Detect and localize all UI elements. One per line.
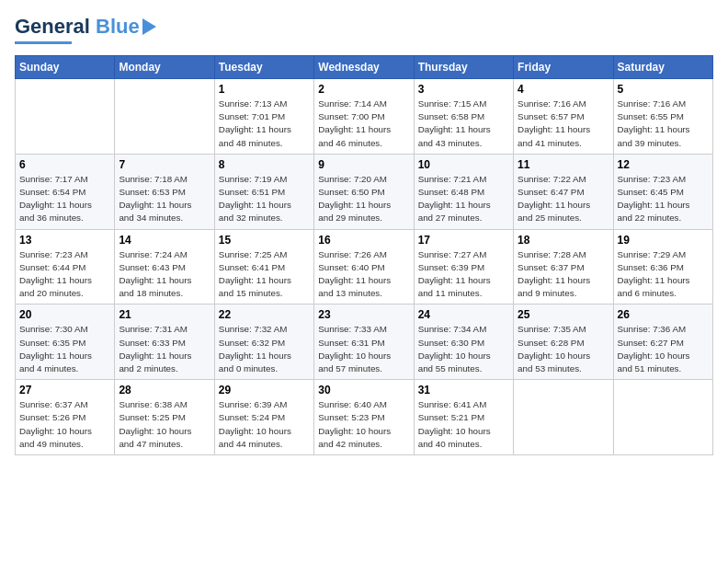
calendar-week-row: 27Sunrise: 6:37 AM Sunset: 5:26 PM Dayli…	[16, 380, 713, 455]
day-info: Sunrise: 7:21 AM Sunset: 6:48 PM Dayligh…	[418, 173, 509, 225]
day-info: Sunrise: 7:23 AM Sunset: 6:44 PM Dayligh…	[19, 248, 110, 301]
day-number: 6	[19, 158, 110, 171]
calendar-week-row: 13Sunrise: 7:23 AM Sunset: 6:44 PM Dayli…	[16, 229, 713, 304]
day-info: Sunrise: 7:36 AM Sunset: 6:27 PM Dayligh…	[618, 323, 709, 375]
day-info: Sunrise: 7:28 AM Sunset: 6:37 PM Dayligh…	[518, 248, 609, 301]
day-info: Sunrise: 7:18 AM Sunset: 6:53 PM Dayligh…	[119, 173, 210, 225]
calendar-cell: 5Sunrise: 7:16 AM Sunset: 6:55 PM Daylig…	[613, 79, 712, 155]
day-number: 30	[318, 384, 409, 396]
day-info: Sunrise: 7:29 AM Sunset: 6:36 PM Dayligh…	[618, 248, 709, 301]
calendar-cell: 3Sunrise: 7:15 AM Sunset: 6:58 PM Daylig…	[414, 79, 513, 155]
day-info: Sunrise: 7:35 AM Sunset: 6:28 PM Dayligh…	[518, 323, 609, 375]
day-number: 24	[418, 308, 509, 321]
day-info: Sunrise: 6:41 AM Sunset: 5:21 PM Dayligh…	[418, 398, 509, 451]
logo: General Blue	[15, 15, 156, 44]
calendar-cell: 14Sunrise: 7:24 AM Sunset: 6:43 PM Dayli…	[115, 229, 214, 304]
day-info: Sunrise: 7:26 AM Sunset: 6:40 PM Dayligh…	[318, 248, 409, 301]
calendar-cell: 22Sunrise: 7:32 AM Sunset: 6:32 PM Dayli…	[214, 304, 313, 380]
day-info: Sunrise: 6:40 AM Sunset: 5:23 PM Dayligh…	[318, 398, 409, 451]
weekday-header: Thursday	[414, 56, 513, 79]
day-info: Sunrise: 7:32 AM Sunset: 6:32 PM Dayligh…	[219, 323, 310, 375]
weekday-header: Wednesday	[314, 56, 414, 79]
day-number: 27	[19, 384, 110, 396]
calendar-cell: 8Sunrise: 7:19 AM Sunset: 6:51 PM Daylig…	[214, 154, 313, 229]
day-number: 4	[518, 83, 609, 96]
calendar-week-row: 20Sunrise: 7:30 AM Sunset: 6:35 PM Dayli…	[16, 304, 713, 380]
day-number: 26	[618, 308, 709, 321]
day-info: Sunrise: 7:31 AM Sunset: 6:33 PM Dayligh…	[119, 323, 210, 375]
calendar-cell: 16Sunrise: 7:26 AM Sunset: 6:40 PM Dayli…	[314, 229, 414, 304]
day-number: 11	[518, 158, 609, 171]
calendar-cell: 7Sunrise: 7:18 AM Sunset: 6:53 PM Daylig…	[115, 154, 214, 229]
day-number: 14	[119, 234, 210, 247]
day-number: 17	[418, 234, 509, 247]
calendar-cell	[16, 79, 115, 155]
calendar-cell: 13Sunrise: 7:23 AM Sunset: 6:44 PM Dayli…	[16, 229, 115, 304]
day-number: 13	[19, 234, 110, 247]
day-number: 10	[418, 158, 509, 171]
day-info: Sunrise: 7:34 AM Sunset: 6:30 PM Dayligh…	[418, 323, 509, 375]
calendar-cell: 11Sunrise: 7:22 AM Sunset: 6:47 PM Dayli…	[514, 154, 613, 229]
day-number: 5	[618, 83, 709, 96]
day-info: Sunrise: 7:23 AM Sunset: 6:45 PM Dayligh…	[618, 173, 709, 225]
day-number: 25	[518, 308, 609, 321]
day-number: 3	[418, 83, 509, 96]
calendar-cell: 17Sunrise: 7:27 AM Sunset: 6:39 PM Dayli…	[414, 229, 513, 304]
calendar-cell	[514, 380, 613, 455]
calendar-cell: 4Sunrise: 7:16 AM Sunset: 6:57 PM Daylig…	[514, 79, 613, 155]
day-info: Sunrise: 7:14 AM Sunset: 7:00 PM Dayligh…	[318, 98, 409, 150]
calendar-cell: 20Sunrise: 7:30 AM Sunset: 6:35 PM Dayli…	[16, 304, 115, 380]
day-number: 22	[219, 308, 310, 321]
day-number: 28	[119, 384, 210, 396]
weekday-header: Friday	[514, 56, 613, 79]
day-number: 9	[318, 158, 409, 171]
day-info: Sunrise: 7:27 AM Sunset: 6:39 PM Dayligh…	[418, 248, 509, 301]
day-info: Sunrise: 6:37 AM Sunset: 5:26 PM Dayligh…	[19, 398, 110, 451]
calendar-cell: 28Sunrise: 6:38 AM Sunset: 5:25 PM Dayli…	[115, 380, 214, 455]
day-number: 1	[219, 83, 310, 96]
calendar-cell: 19Sunrise: 7:29 AM Sunset: 6:36 PM Dayli…	[613, 229, 712, 304]
calendar-cell: 9Sunrise: 7:20 AM Sunset: 6:50 PM Daylig…	[314, 154, 414, 229]
day-info: Sunrise: 7:30 AM Sunset: 6:35 PM Dayligh…	[19, 323, 110, 375]
weekday-header: Saturday	[613, 56, 712, 79]
calendar-week-row: 1Sunrise: 7:13 AM Sunset: 7:01 PM Daylig…	[16, 79, 713, 155]
logo-underline	[15, 41, 72, 44]
day-info: Sunrise: 7:15 AM Sunset: 6:58 PM Dayligh…	[418, 98, 509, 150]
calendar-cell: 10Sunrise: 7:21 AM Sunset: 6:48 PM Dayli…	[414, 154, 513, 229]
header-row: SundayMondayTuesdayWednesdayThursdayFrid…	[16, 56, 713, 79]
calendar-cell: 24Sunrise: 7:34 AM Sunset: 6:30 PM Dayli…	[414, 304, 513, 380]
day-info: Sunrise: 7:25 AM Sunset: 6:41 PM Dayligh…	[219, 248, 310, 301]
calendar-cell: 2Sunrise: 7:14 AM Sunset: 7:00 PM Daylig…	[314, 79, 414, 155]
calendar-cell: 6Sunrise: 7:17 AM Sunset: 6:54 PM Daylig…	[16, 154, 115, 229]
day-number: 23	[318, 308, 409, 321]
calendar-cell	[115, 79, 214, 155]
day-info: Sunrise: 7:22 AM Sunset: 6:47 PM Dayligh…	[518, 173, 609, 225]
day-number: 18	[518, 234, 609, 247]
weekday-header: Monday	[115, 56, 214, 79]
calendar-cell: 29Sunrise: 6:39 AM Sunset: 5:24 PM Dayli…	[214, 380, 313, 455]
day-number: 7	[119, 158, 210, 171]
day-number: 12	[618, 158, 709, 171]
day-info: Sunrise: 7:33 AM Sunset: 6:31 PM Dayligh…	[318, 323, 409, 375]
day-number: 29	[219, 384, 310, 396]
day-number: 8	[219, 158, 310, 171]
day-number: 19	[618, 234, 709, 247]
weekday-header: Tuesday	[214, 56, 313, 79]
page-header: General Blue	[15, 15, 713, 44]
day-info: Sunrise: 6:38 AM Sunset: 5:25 PM Dayligh…	[119, 398, 210, 451]
day-info: Sunrise: 7:17 AM Sunset: 6:54 PM Dayligh…	[19, 173, 110, 225]
calendar-cell: 27Sunrise: 6:37 AM Sunset: 5:26 PM Dayli…	[16, 380, 115, 455]
day-info: Sunrise: 7:13 AM Sunset: 7:01 PM Dayligh…	[219, 98, 310, 150]
day-info: Sunrise: 7:20 AM Sunset: 6:50 PM Dayligh…	[318, 173, 409, 225]
day-number: 21	[119, 308, 210, 321]
day-info: Sunrise: 7:16 AM Sunset: 6:55 PM Dayligh…	[618, 98, 709, 150]
calendar-cell: 30Sunrise: 6:40 AM Sunset: 5:23 PM Dayli…	[314, 380, 414, 455]
calendar-cell: 31Sunrise: 6:41 AM Sunset: 5:21 PM Dayli…	[414, 380, 513, 455]
day-info: Sunrise: 7:24 AM Sunset: 6:43 PM Dayligh…	[119, 248, 210, 301]
calendar-cell: 1Sunrise: 7:13 AM Sunset: 7:01 PM Daylig…	[214, 79, 313, 155]
calendar-cell: 26Sunrise: 7:36 AM Sunset: 6:27 PM Dayli…	[613, 304, 712, 380]
day-number: 20	[19, 308, 110, 321]
calendar-cell: 21Sunrise: 7:31 AM Sunset: 6:33 PM Dayli…	[115, 304, 214, 380]
calendar-week-row: 6Sunrise: 7:17 AM Sunset: 6:54 PM Daylig…	[16, 154, 713, 229]
calendar-cell: 12Sunrise: 7:23 AM Sunset: 6:45 PM Dayli…	[613, 154, 712, 229]
